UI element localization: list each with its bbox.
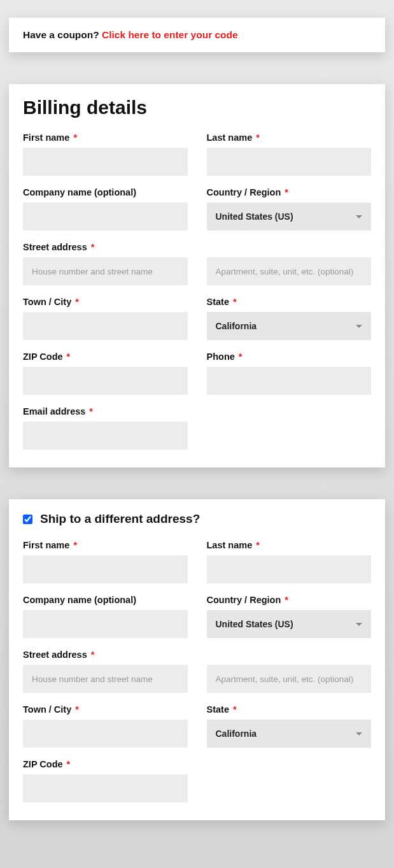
- ship-state-select[interactable]: California: [207, 720, 372, 748]
- company-label: Company name (optional): [23, 187, 188, 197]
- ship-city-label: Town / City *: [23, 704, 188, 715]
- phone-input[interactable]: [207, 367, 372, 395]
- chevron-down-icon: [356, 215, 362, 218]
- ship-state-label: State *: [207, 704, 372, 715]
- ship-different-checkbox[interactable]: [23, 515, 32, 524]
- state-label: State *: [207, 297, 372, 307]
- ship-zip-input[interactable]: [23, 774, 188, 802]
- first-name-label: First name *: [23, 132, 188, 143]
- ship-city-input[interactable]: [23, 720, 188, 748]
- last-name-input[interactable]: [207, 148, 372, 176]
- phone-label: Phone *: [207, 352, 372, 362]
- shipping-heading: Ship to a different address?: [40, 512, 200, 526]
- street-label: Street address *: [23, 242, 188, 252]
- first-name-input[interactable]: [23, 148, 188, 176]
- ship-street-1-input[interactable]: [23, 665, 188, 693]
- ship-first-name-label: First name *: [23, 540, 188, 550]
- coupon-link[interactable]: Click here to enter your code: [102, 29, 238, 40]
- company-input[interactable]: [23, 203, 188, 231]
- ship-country-value: United States (US): [216, 619, 293, 629]
- billing-heading: Billing details: [23, 97, 371, 118]
- ship-last-name-input[interactable]: [207, 555, 372, 583]
- ship-zip-label: ZIP Code *: [23, 759, 188, 769]
- ship-street-2-input[interactable]: [207, 665, 372, 693]
- billing-card: Billing details First name * Last name *…: [9, 84, 385, 467]
- ship-country-select[interactable]: United States (US): [207, 610, 372, 638]
- city-input[interactable]: [23, 312, 188, 340]
- ship-street-label: Street address *: [23, 650, 188, 660]
- ship-state-value: California: [216, 729, 257, 739]
- ship-first-name-input[interactable]: [23, 555, 188, 583]
- chevron-down-icon: [356, 732, 362, 736]
- email-label: Email address *: [23, 406, 188, 416]
- country-value: United States (US): [216, 211, 293, 222]
- zip-label: ZIP Code *: [23, 352, 188, 362]
- city-label: Town / City *: [23, 297, 188, 307]
- state-value: California: [216, 321, 257, 331]
- ship-company-label: Company name (optional): [23, 595, 188, 605]
- ship-country-label: Country / Region *: [207, 595, 372, 605]
- ship-company-input[interactable]: [23, 610, 188, 638]
- state-select[interactable]: California: [207, 312, 372, 340]
- ship-last-name-label: Last name *: [207, 540, 372, 550]
- last-name-label: Last name *: [207, 132, 372, 143]
- country-label: Country / Region *: [207, 187, 372, 197]
- street-address-1-input[interactable]: [23, 257, 188, 285]
- coupon-prompt: Have a coupon?: [23, 29, 102, 40]
- zip-input[interactable]: [23, 367, 188, 395]
- chevron-down-icon: [356, 623, 362, 626]
- shipping-card: Ship to a different address? First name …: [9, 499, 385, 820]
- country-select[interactable]: United States (US): [207, 203, 372, 231]
- coupon-notice: Have a coupon? Click here to enter your …: [9, 18, 385, 52]
- chevron-down-icon: [356, 325, 362, 328]
- email-input[interactable]: [23, 422, 188, 450]
- street-address-2-input[interactable]: [207, 257, 372, 285]
